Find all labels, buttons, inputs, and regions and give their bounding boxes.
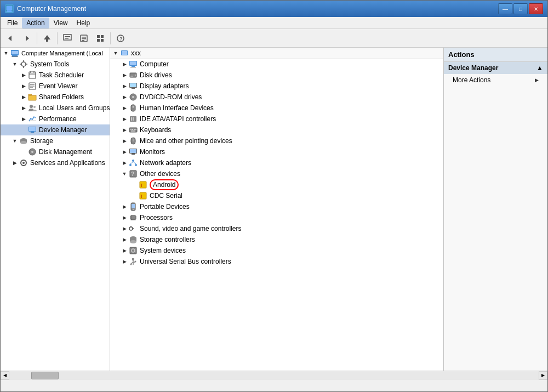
system-tools-item[interactable]: ▼ System Tools — [1, 59, 110, 70]
maximize-button[interactable]: □ — [513, 3, 528, 14]
local-users-item[interactable]: ▶ Local Users and Groups — [1, 103, 110, 113]
storage-item[interactable]: ▼ Storage — [1, 135, 110, 146]
task-scheduler-toggle[interactable]: ▶ — [19, 71, 28, 79]
item-toggle-15[interactable]: ▶ — [120, 224, 129, 233]
middle-root[interactable]: ▼ xxx — [110, 48, 443, 59]
item-icon-16 — [129, 235, 138, 244]
item-toggle-0[interactable]: ▶ — [120, 60, 129, 69]
device-manager-item[interactable]: Device Manager — [1, 124, 110, 135]
device-manager-label: Device Manager — [39, 126, 87, 134]
window-controls: — □ ✕ — [498, 3, 543, 14]
event-viewer-toggle[interactable]: ▶ — [19, 82, 28, 90]
svg-point-63 — [132, 96, 134, 98]
item-label: Sound, video and game controllers — [140, 225, 241, 232]
task-scheduler-item[interactable]: ▶ Task Scheduler — [1, 70, 110, 81]
middle-tree-item[interactable]: ▶ Human Interface Devices — [110, 103, 443, 113]
middle-tree-item[interactable]: ▼ ? Other devices — [110, 168, 443, 179]
item-toggle-4[interactable]: ▶ — [120, 104, 129, 112]
scroll-track[interactable] — [9, 371, 539, 380]
menu-help[interactable]: Help — [72, 18, 95, 29]
performance-toggle[interactable]: ▶ — [19, 115, 28, 123]
collapse-icon: ▲ — [536, 64, 543, 72]
middle-tree-item[interactable]: ▶ Storage controllers — [110, 234, 443, 245]
item-toggle-8[interactable]: ▶ — [120, 147, 129, 156]
middle-tree-item[interactable]: ▶ Display adapters — [110, 81, 443, 92]
services-toggle[interactable]: ▶ — [10, 158, 19, 167]
item-label: Disk drives — [140, 71, 172, 79]
middle-tree-item[interactable]: ▶ Monitors — [110, 146, 443, 157]
item-toggle-10[interactable]: ▼ — [120, 169, 129, 178]
middle-tree-item[interactable]: ▶ Disk drives — [110, 70, 443, 81]
item-toggle-9[interactable]: ▶ — [120, 158, 129, 167]
item-toggle-16[interactable]: ▶ — [120, 235, 129, 244]
view-button[interactable] — [93, 31, 108, 46]
root-toggle[interactable]: ▼ — [2, 49, 10, 58]
shared-folders-item[interactable]: ▶ Shared Folders — [1, 92, 110, 103]
item-toggle-1[interactable]: ▶ — [120, 71, 129, 79]
middle-tree-item[interactable]: ! CDC Serial — [110, 190, 443, 201]
menu-view[interactable]: View — [49, 18, 72, 29]
close-button[interactable]: ✕ — [529, 3, 543, 14]
scroll-left-button[interactable]: ◀ — [1, 371, 9, 380]
svg-rect-38 — [28, 121, 36, 121]
performance-item[interactable]: ▶ Performance — [1, 113, 110, 124]
svg-rect-16 — [101, 39, 104, 42]
item-label: Human Interface Devices — [140, 104, 214, 112]
middle-tree-item[interactable]: ▶ DVD/CD-ROM drives — [110, 92, 443, 103]
show-hide-button[interactable] — [60, 31, 75, 46]
middle-tree-item[interactable]: ▶ Keyboards — [110, 124, 443, 135]
svg-rect-72 — [134, 129, 135, 130]
help-button[interactable]: ? — [113, 31, 128, 46]
item-toggle-5[interactable]: ▶ — [120, 115, 129, 123]
minimize-button[interactable]: — — [498, 3, 512, 14]
item-toggle-6[interactable]: ▶ — [120, 126, 129, 134]
middle-tree-item[interactable]: ▶ Portable Devices — [110, 201, 443, 212]
middle-tree-item[interactable]: ▶ Sound, video and game controllers — [110, 223, 443, 234]
tree-root[interactable]: ▼ Computer Management (Local — [1, 48, 110, 59]
middle-tree-item[interactable]: ! Android — [110, 179, 443, 190]
system-tools-toggle[interactable]: ▼ — [10, 60, 19, 69]
svg-rect-2 — [7, 12, 12, 12]
horizontal-scrollbar[interactable]: ◀ ▶ — [1, 371, 547, 379]
item-toggle-7[interactable]: ▶ — [120, 137, 129, 145]
middle-tree-item[interactable]: ▶ Processors — [110, 212, 443, 223]
back-button[interactable] — [3, 31, 18, 46]
up-button[interactable] — [39, 31, 55, 46]
middle-tree-item[interactable]: ▶ Universal Serial Bus controllers — [110, 256, 443, 267]
scroll-right-button[interactable]: ▶ — [539, 371, 547, 380]
svg-point-57 — [135, 75, 136, 76]
item-toggle-3[interactable]: ▶ — [120, 93, 129, 101]
middle-root-toggle[interactable]: ▼ — [111, 49, 120, 58]
svg-point-81 — [129, 164, 132, 166]
disk-management-item[interactable]: Disk Management — [1, 146, 110, 157]
scroll-thumb[interactable] — [31, 372, 59, 379]
item-toggle-13[interactable]: ▶ — [120, 202, 129, 211]
services-item[interactable]: ▶ Services and Applications — [1, 157, 110, 168]
middle-tree-item[interactable]: ▶ System devices — [110, 245, 443, 256]
item-toggle-17[interactable]: ▶ — [120, 246, 129, 255]
menu-action[interactable]: Action — [22, 18, 49, 29]
menu-file[interactable]: File — [3, 18, 22, 29]
local-users-toggle[interactable]: ▶ — [19, 104, 28, 112]
forward-button[interactable] — [19, 31, 35, 46]
svg-rect-60 — [130, 83, 136, 87]
event-viewer-item[interactable]: ▶ Event Viewer — [1, 81, 110, 92]
middle-tree-item[interactable]: ▶ Computer — [110, 59, 443, 70]
middle-tree-item[interactable]: ▶ Network adapters — [110, 157, 443, 168]
toolbar: ? — [1, 29, 547, 48]
svg-rect-1 — [7, 10, 12, 12]
middle-tree-item[interactable]: ▶ Mice and other pointing devices — [110, 135, 443, 146]
item-toggle-18[interactable]: ▶ — [120, 257, 129, 266]
device-manager-action-header[interactable]: Device Manager ▲ — [444, 62, 547, 74]
properties-button[interactable] — [76, 31, 92, 46]
svg-rect-92 — [132, 204, 135, 208]
svg-rect-61 — [132, 88, 135, 89]
item-icon-0 — [129, 60, 138, 69]
middle-tree-item[interactable]: ▶ IDE ATA/ATAPI controllers — [110, 113, 443, 124]
more-actions-item[interactable]: More Actions ▶ — [444, 74, 547, 86]
item-toggle-2[interactable]: ▶ — [120, 82, 129, 90]
storage-toggle[interactable]: ▼ — [10, 137, 19, 145]
item-toggle-14[interactable]: ▶ — [120, 213, 129, 222]
shared-folders-toggle[interactable]: ▶ — [19, 93, 28, 101]
svg-rect-11 — [82, 38, 86, 39]
